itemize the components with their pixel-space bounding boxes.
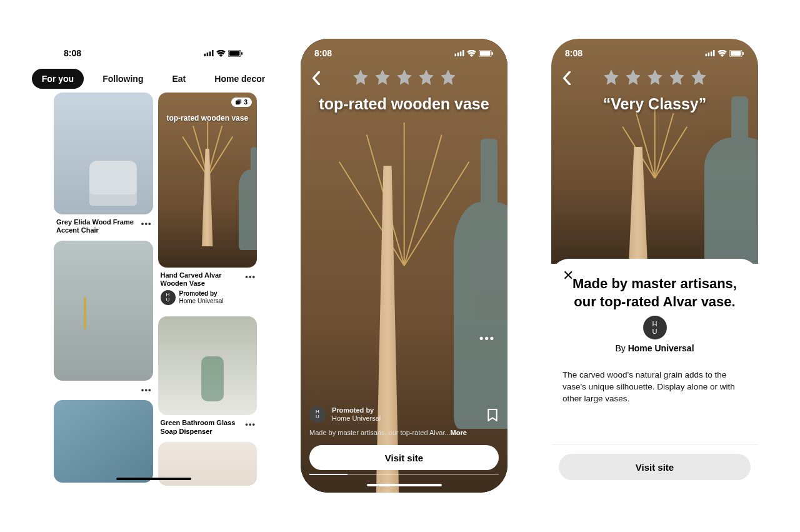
chevron-left-icon	[312, 71, 321, 85]
svg-rect-9	[455, 54, 457, 56]
status-icons	[705, 50, 744, 57]
visit-site-button[interactable]: Visit site	[559, 454, 751, 480]
by-prefix: By	[615, 343, 628, 353]
svg-rect-0	[204, 54, 206, 56]
svg-rect-12	[462, 50, 464, 56]
pin-chair[interactable]: Grey Elida Wood Frame Accent Chair •••	[54, 93, 153, 236]
star-icon	[352, 69, 369, 86]
pin-title: Hand Carved Alvar Wooden Vase	[161, 271, 242, 288]
tab-following[interactable]: Following	[92, 69, 153, 89]
more-link[interactable]: More	[451, 429, 467, 436]
svg-rect-15	[492, 52, 493, 55]
kebab-icon[interactable]: •••	[245, 419, 256, 428]
svg-rect-11	[460, 52, 462, 57]
svg-rect-5	[229, 51, 240, 55]
svg-rect-8	[238, 99, 242, 104]
byline[interactable]: By Home Universal	[562, 343, 747, 353]
more-options-icon[interactable]: •••	[479, 332, 495, 345]
pin-image[interactable]	[54, 241, 153, 381]
status-time: 8:08	[64, 48, 81, 58]
pin-image[interactable]	[54, 93, 153, 214]
cellular-icon	[454, 50, 464, 56]
svg-rect-3	[212, 50, 214, 56]
svg-rect-6	[241, 52, 242, 55]
promoted-brand: Home Universal	[179, 298, 224, 304]
status-time: 8:08	[565, 48, 582, 58]
sheet-description: The carved wood's natural grain adds to …	[562, 369, 747, 405]
svg-rect-14	[480, 51, 491, 55]
battery-icon	[729, 50, 744, 57]
visit-site-button[interactable]: Visit site	[309, 445, 499, 470]
star-icon	[374, 69, 391, 86]
status-bar: 8:08	[565, 46, 744, 60]
hero-title: “Very Classy”	[551, 95, 758, 113]
battery-icon	[479, 50, 494, 57]
pin-sink[interactable]: •••	[54, 241, 153, 395]
wifi-icon	[718, 50, 727, 57]
svg-rect-18	[711, 52, 712, 57]
star-icon	[396, 69, 413, 86]
chevron-left-icon	[562, 71, 571, 85]
pin-bathroom[interactable]: Green Bathroom Glass Soap Dispenser •••	[158, 316, 258, 436]
promoted-by-row[interactable]: HU Promoted by Home Universal	[158, 289, 258, 305]
cellular-icon	[705, 50, 715, 56]
pin-image[interactable]	[54, 400, 153, 483]
svg-rect-19	[713, 50, 715, 56]
rating-stars	[551, 69, 758, 86]
progress-bar[interactable]	[309, 474, 499, 475]
wifi-icon	[467, 50, 476, 57]
star-icon	[668, 69, 686, 86]
close-button[interactable]: ✕	[562, 268, 574, 284]
pin-vase-promoted[interactable]: 3 top-rated wooden vase Hand Carved Alva…	[158, 93, 258, 305]
brand-avatar[interactable]: HU	[643, 316, 667, 339]
status-bar: 8:08	[64, 46, 243, 60]
tab-home-decor[interactable]: Home decor	[204, 69, 275, 89]
sheet-title: Made by master artisans, our top-rated A…	[562, 275, 747, 311]
back-button[interactable]	[562, 71, 571, 85]
stack-icon	[236, 99, 242, 106]
status-bar: 8:08	[314, 46, 494, 60]
description-preview[interactable]: Made by master artisans, our top-rated A…	[309, 429, 499, 436]
wifi-icon	[216, 50, 226, 57]
svg-rect-1	[207, 53, 209, 56]
star-icon	[418, 69, 435, 86]
status-icons	[454, 50, 494, 57]
feed-tabs: For you Following Eat Home decor	[50, 69, 257, 89]
home-indicator	[367, 484, 442, 486]
star-icon	[690, 69, 708, 86]
tab-eat[interactable]: Eat	[162, 69, 196, 89]
phone-idea-pin-full: 8:08 top-rated wooden vase ••• HU Promot…	[301, 39, 508, 493]
svg-rect-10	[458, 53, 459, 56]
star-icon	[602, 69, 620, 86]
star-icon	[439, 69, 457, 86]
brand-avatar: HU	[161, 290, 176, 305]
pin-image[interactable]	[158, 316, 258, 415]
bookmark-icon	[488, 409, 498, 421]
promoted-label: Promoted by	[332, 406, 381, 414]
status-time: 8:08	[314, 48, 332, 58]
svg-rect-17	[708, 53, 710, 56]
back-button[interactable]	[312, 71, 321, 85]
svg-rect-2	[209, 52, 211, 57]
pin-hand[interactable]	[54, 400, 153, 483]
brand-name: Home Universal	[628, 343, 694, 353]
svg-rect-22	[742, 52, 744, 55]
rating-stars	[301, 69, 508, 86]
carousel-count-badge: 3	[231, 98, 252, 107]
hero-title: top-rated wooden vase	[301, 95, 508, 113]
kebab-icon[interactable]: •••	[141, 218, 152, 228]
description-text: Made by master artisans, our top-rated A…	[309, 429, 451, 436]
promoted-brand: Home Universal	[332, 414, 381, 422]
brand-avatar[interactable]: HU	[309, 406, 326, 423]
star-icon	[646, 69, 664, 86]
battery-icon	[228, 50, 243, 57]
kebab-icon[interactable]: •••	[245, 271, 256, 281]
kebab-icon[interactable]: •••	[141, 384, 152, 394]
pin-image[interactable]: 3 top-rated wooden vase	[158, 93, 258, 268]
promoted-label: Promoted by	[179, 290, 224, 298]
svg-rect-16	[706, 54, 708, 56]
status-icons	[204, 50, 243, 57]
tab-for-you[interactable]: For you	[32, 69, 84, 89]
save-button[interactable]	[488, 409, 498, 421]
details-sheet: ✕ Made by master artisans, our top-rated…	[551, 259, 758, 493]
